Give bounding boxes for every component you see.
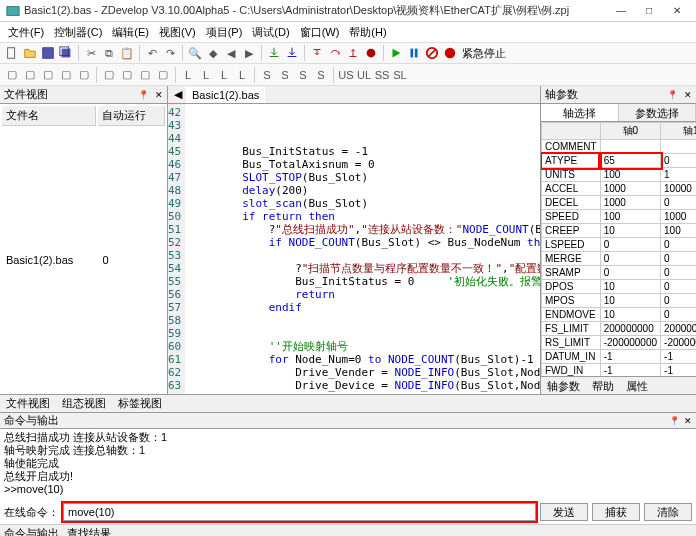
tb2-s-icon[interactable]: S bbox=[313, 67, 329, 83]
estop-icon[interactable] bbox=[442, 45, 458, 61]
cut-icon[interactable]: ✂ bbox=[83, 45, 99, 61]
redo-icon[interactable]: ↷ bbox=[162, 45, 178, 61]
send-button[interactable]: 发送 bbox=[540, 503, 588, 521]
menu-help[interactable]: 帮助(H) bbox=[345, 23, 390, 42]
stepinto-icon[interactable] bbox=[309, 45, 325, 61]
output-panel: 命令与输出 📍 ✕ 总线扫描成功 连接从站设备数：1轴号映射完成 连接总轴数：1… bbox=[0, 412, 696, 500]
menu-window[interactable]: 窗口(W) bbox=[296, 23, 344, 42]
tb2-icon[interactable]: ▢ bbox=[76, 67, 92, 83]
prev-icon[interactable]: ◀ bbox=[223, 45, 239, 61]
breakpoint-icon[interactable] bbox=[363, 45, 379, 61]
close-button[interactable]: ✕ bbox=[664, 2, 690, 20]
tab-file-view[interactable]: 文件视图 bbox=[0, 394, 56, 413]
pause-icon[interactable] bbox=[406, 45, 422, 61]
clear-button[interactable]: 清除 bbox=[644, 503, 692, 521]
tab-help[interactable]: 帮助 bbox=[586, 377, 620, 394]
command-row: 在线命令： 发送 捕获 清除 bbox=[0, 500, 696, 524]
close-panel-icon[interactable]: ✕ bbox=[684, 90, 692, 100]
tb2-s-icon[interactable]: S bbox=[277, 67, 293, 83]
download-icon[interactable] bbox=[266, 45, 282, 61]
tb2-icon[interactable]: ▢ bbox=[40, 67, 56, 83]
run-icon[interactable] bbox=[388, 45, 404, 61]
copy-icon[interactable]: ⧉ bbox=[101, 45, 117, 61]
menu-project[interactable]: 项目(P) bbox=[202, 23, 247, 42]
svg-point-5 bbox=[367, 49, 376, 58]
tb2-icon[interactable]: ▢ bbox=[137, 67, 153, 83]
code-text[interactable]: Bus_InitStatus = -1 Bus_TotalAxisnum = 0… bbox=[185, 104, 540, 394]
tb2-icon[interactable]: ▢ bbox=[155, 67, 171, 83]
saveall-icon[interactable] bbox=[58, 45, 74, 61]
capture-button[interactable]: 捕获 bbox=[592, 503, 640, 521]
command-input[interactable] bbox=[63, 503, 536, 521]
tb2-icon[interactable]: ▢ bbox=[58, 67, 74, 83]
code-area[interactable]: 4243444546474849505152535455565758596061… bbox=[168, 104, 540, 394]
tb2-ul-icon[interactable]: UL bbox=[356, 67, 372, 83]
file-table: 文件名 自动运行 Basic1(2).bas 0 bbox=[0, 104, 167, 394]
open-icon[interactable] bbox=[22, 45, 38, 61]
tab-param-select[interactable]: 参数选择 bbox=[619, 104, 697, 121]
command-label: 在线命令： bbox=[4, 505, 59, 520]
tab-props[interactable]: 属性 bbox=[620, 377, 654, 394]
file-row[interactable]: Basic1(2).bas 0 bbox=[2, 128, 165, 392]
find-icon[interactable]: 🔍 bbox=[187, 45, 203, 61]
maximize-button[interactable]: □ bbox=[636, 2, 662, 20]
stepover-icon[interactable] bbox=[327, 45, 343, 61]
tb2-sl-icon[interactable]: SL bbox=[392, 67, 408, 83]
tb2-l-icon[interactable]: L bbox=[216, 67, 232, 83]
tab-config-view[interactable]: 组态视图 bbox=[56, 394, 112, 413]
col-autorun[interactable]: 自动运行 bbox=[98, 106, 165, 126]
stepout-icon[interactable] bbox=[345, 45, 361, 61]
svg-rect-0 bbox=[7, 6, 19, 15]
new-icon[interactable] bbox=[4, 45, 20, 61]
tb2-s-icon[interactable]: S bbox=[259, 67, 275, 83]
toolbar-secondary: ▢ ▢ ▢ ▢ ▢ ▢ ▢ ▢ ▢ L L L L S S S S US UL … bbox=[0, 64, 696, 86]
save-icon[interactable] bbox=[40, 45, 56, 61]
tb2-l-icon[interactable]: L bbox=[234, 67, 250, 83]
axis-param-title: 轴参数 bbox=[545, 87, 578, 102]
footer-tab-output[interactable]: 命令与输出 bbox=[4, 526, 59, 536]
next-icon[interactable]: ▶ bbox=[241, 45, 257, 61]
tab-axis-param[interactable]: 轴参数 bbox=[541, 377, 586, 394]
tb2-icon[interactable]: ▢ bbox=[22, 67, 38, 83]
paste-icon[interactable]: 📋 bbox=[119, 45, 135, 61]
editor-tab[interactable]: Basic1(2).bas bbox=[186, 87, 265, 103]
download2-icon[interactable] bbox=[284, 45, 300, 61]
tab-axis-select[interactable]: 轴选择 bbox=[541, 104, 619, 121]
tb2-l-icon[interactable]: L bbox=[180, 67, 196, 83]
tb2-icon[interactable]: ▢ bbox=[119, 67, 135, 83]
minimize-button[interactable]: — bbox=[608, 2, 634, 20]
output-text: 总线扫描成功 连接从站设备数：1轴号映射完成 连接总轴数：1轴使能完成总线开启成… bbox=[0, 429, 696, 500]
file-view-header: 文件视图 📍 ✕ bbox=[0, 86, 167, 104]
tb2-l-icon[interactable]: L bbox=[198, 67, 214, 83]
app-icon bbox=[6, 4, 20, 18]
output-header: 命令与输出 📍 ✕ bbox=[0, 413, 696, 429]
undo-icon[interactable]: ↶ bbox=[144, 45, 160, 61]
menu-file[interactable]: 文件(F) bbox=[4, 23, 48, 42]
title-bar: Basic1(2).bas - ZDevelop V3.10.00Alpha5 … bbox=[0, 0, 696, 22]
tb2-us-icon[interactable]: US bbox=[338, 67, 354, 83]
pin-icon[interactable]: 📍 bbox=[138, 90, 149, 100]
bookmark-icon[interactable]: ◆ bbox=[205, 45, 221, 61]
footer-tab-find[interactable]: 查找结果 bbox=[67, 526, 111, 536]
tb2-s-icon[interactable]: S bbox=[295, 67, 311, 83]
editor-panel: ◀ Basic1(2).bas 424344454647484950515253… bbox=[168, 86, 540, 394]
tb2-ss-icon[interactable]: SS bbox=[374, 67, 390, 83]
menu-edit[interactable]: 编辑(E) bbox=[108, 23, 153, 42]
stop-icon[interactable] bbox=[424, 45, 440, 61]
file-view-panel: 文件视图 📍 ✕ 文件名 自动运行 Basic1(2).bas 0 bbox=[0, 86, 168, 394]
menu-debug[interactable]: 调试(D) bbox=[248, 23, 293, 42]
tb2-icon[interactable]: ▢ bbox=[101, 67, 117, 83]
menu-controller[interactable]: 控制器(C) bbox=[50, 23, 106, 42]
axis-param-table[interactable]: 轴0轴1COMMENTATYPE650UNITS1001ACCEL1000100… bbox=[541, 122, 696, 376]
svg-line-9 bbox=[429, 50, 436, 57]
output-title: 命令与输出 bbox=[4, 413, 59, 428]
pin-icon[interactable]: 📍 bbox=[667, 90, 678, 100]
tb2-icon[interactable]: ▢ bbox=[4, 67, 20, 83]
close-panel-icon[interactable]: ✕ bbox=[155, 90, 163, 100]
menu-view[interactable]: 视图(V) bbox=[155, 23, 200, 42]
menu-bar: 文件(F) 控制器(C) 编辑(E) 视图(V) 项目(P) 调试(D) 窗口(… bbox=[0, 22, 696, 42]
col-filename[interactable]: 文件名 bbox=[2, 106, 96, 126]
pin-icon[interactable]: 📍 bbox=[669, 416, 680, 426]
tab-label-view[interactable]: 标签视图 bbox=[112, 394, 168, 413]
close-panel-icon[interactable]: ✕ bbox=[684, 416, 692, 426]
